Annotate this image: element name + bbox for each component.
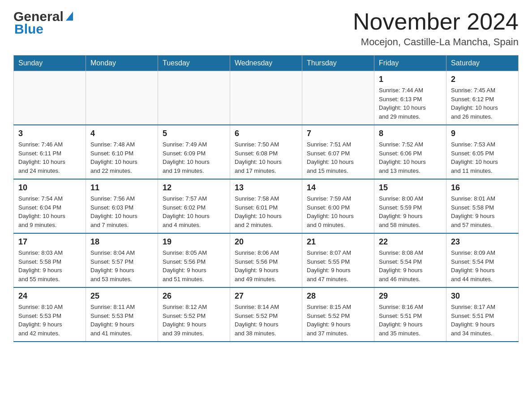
day-number: 11 — [90, 183, 153, 193]
day-info: Sunrise: 8:14 AM Sunset: 5:52 PM Dayligh… — [235, 303, 297, 338]
calendar-day-cell: 3Sunrise: 7:46 AM Sunset: 6:11 PM Daylig… — [14, 125, 86, 179]
day-number: 22 — [379, 237, 442, 247]
calendar-day-cell: 18Sunrise: 8:04 AM Sunset: 5:57 PM Dayli… — [86, 233, 158, 287]
day-info: Sunrise: 8:03 AM Sunset: 5:58 PM Dayligh… — [18, 248, 81, 283]
calendar-day-cell: 12Sunrise: 7:57 AM Sunset: 6:02 PM Dayli… — [158, 179, 230, 233]
day-info: Sunrise: 8:04 AM Sunset: 5:57 PM Dayligh… — [90, 248, 153, 283]
calendar-day-cell — [86, 71, 158, 125]
calendar-day-cell: 28Sunrise: 8:15 AM Sunset: 5:52 PM Dayli… — [302, 287, 374, 342]
calendar-week-row: 24Sunrise: 8:10 AM Sunset: 5:53 PM Dayli… — [14, 287, 519, 342]
calendar-day-cell: 5Sunrise: 7:49 AM Sunset: 6:09 PM Daylig… — [158, 125, 230, 179]
calendar-day-cell: 27Sunrise: 8:14 AM Sunset: 5:52 PM Dayli… — [230, 287, 302, 342]
calendar-week-row: 3Sunrise: 7:46 AM Sunset: 6:11 PM Daylig… — [14, 125, 519, 179]
day-number: 4 — [90, 129, 153, 138]
calendar-day-cell: 23Sunrise: 8:09 AM Sunset: 5:54 PM Dayli… — [446, 233, 519, 287]
day-number: 23 — [451, 237, 514, 247]
day-of-week-header: Thursday — [302, 56, 374, 71]
calendar-title: November 2024 — [353, 9, 519, 34]
day-info: Sunrise: 8:16 AM Sunset: 5:51 PM Dayligh… — [379, 303, 442, 338]
day-info: Sunrise: 7:52 AM Sunset: 6:06 PM Dayligh… — [379, 140, 442, 175]
calendar-day-cell: 10Sunrise: 7:54 AM Sunset: 6:04 PM Dayli… — [14, 179, 86, 233]
day-number: 13 — [235, 183, 297, 193]
calendar-day-cell: 14Sunrise: 7:59 AM Sunset: 6:00 PM Dayli… — [302, 179, 374, 233]
day-number: 18 — [90, 237, 153, 247]
day-number: 28 — [307, 291, 369, 301]
svg-marker-0 — [66, 12, 73, 21]
day-number: 2 — [451, 75, 514, 84]
day-info: Sunrise: 7:50 AM Sunset: 6:08 PM Dayligh… — [235, 140, 297, 175]
calendar-table: SundayMondayTuesdayWednesdayThursdayFrid… — [13, 55, 519, 342]
calendar-header-row: SundayMondayTuesdayWednesdayThursdayFrid… — [14, 56, 519, 71]
day-info: Sunrise: 8:01 AM Sunset: 5:58 PM Dayligh… — [451, 194, 514, 229]
day-of-week-header: Sunday — [14, 56, 86, 71]
calendar-day-cell: 22Sunrise: 8:08 AM Sunset: 5:54 PM Dayli… — [374, 233, 446, 287]
day-number: 8 — [379, 129, 442, 138]
page-header: General Blue November 2024 Mocejon, Cast… — [13, 9, 519, 48]
logo-triangle-icon — [65, 9, 73, 24]
calendar-day-cell: 20Sunrise: 8:06 AM Sunset: 5:56 PM Dayli… — [230, 233, 302, 287]
calendar-day-cell: 25Sunrise: 8:11 AM Sunset: 5:53 PM Dayli… — [86, 287, 158, 342]
day-info: Sunrise: 8:10 AM Sunset: 5:53 PM Dayligh… — [18, 303, 81, 338]
day-number: 16 — [451, 183, 514, 193]
calendar-day-cell: 21Sunrise: 8:07 AM Sunset: 5:55 PM Dayli… — [302, 233, 374, 287]
calendar-day-cell — [158, 71, 230, 125]
day-number: 5 — [163, 129, 225, 138]
day-number: 21 — [307, 237, 369, 247]
day-number: 3 — [18, 129, 81, 138]
day-number: 7 — [307, 129, 369, 138]
calendar-day-cell: 13Sunrise: 7:58 AM Sunset: 6:01 PM Dayli… — [230, 179, 302, 233]
day-info: Sunrise: 8:11 AM Sunset: 5:53 PM Dayligh… — [90, 303, 153, 338]
calendar-week-row: 1Sunrise: 7:44 AM Sunset: 6:13 PM Daylig… — [14, 71, 519, 125]
day-info: Sunrise: 8:00 AM Sunset: 5:59 PM Dayligh… — [379, 194, 442, 229]
day-info: Sunrise: 7:49 AM Sunset: 6:09 PM Dayligh… — [163, 140, 225, 175]
calendar-day-cell: 6Sunrise: 7:50 AM Sunset: 6:08 PM Daylig… — [230, 125, 302, 179]
day-of-week-header: Friday — [374, 56, 446, 71]
day-of-week-header: Monday — [86, 56, 158, 71]
calendar-day-cell: 16Sunrise: 8:01 AM Sunset: 5:58 PM Dayli… — [446, 179, 519, 233]
day-number: 14 — [307, 183, 369, 193]
calendar-day-cell — [14, 71, 86, 125]
day-info: Sunrise: 8:06 AM Sunset: 5:56 PM Dayligh… — [235, 248, 297, 283]
day-of-week-header: Tuesday — [158, 56, 230, 71]
day-info: Sunrise: 7:44 AM Sunset: 6:13 PM Dayligh… — [379, 86, 442, 121]
calendar-day-cell: 19Sunrise: 8:05 AM Sunset: 5:56 PM Dayli… — [158, 233, 230, 287]
day-number: 26 — [163, 291, 225, 301]
day-info: Sunrise: 7:59 AM Sunset: 6:00 PM Dayligh… — [307, 194, 369, 229]
day-info: Sunrise: 8:07 AM Sunset: 5:55 PM Dayligh… — [307, 248, 369, 283]
day-info: Sunrise: 8:12 AM Sunset: 5:52 PM Dayligh… — [163, 303, 225, 338]
day-number: 25 — [90, 291, 153, 301]
day-number: 1 — [379, 75, 442, 84]
day-info: Sunrise: 7:48 AM Sunset: 6:10 PM Dayligh… — [90, 140, 153, 175]
day-info: Sunrise: 7:45 AM Sunset: 6:12 PM Dayligh… — [451, 86, 514, 121]
day-info: Sunrise: 7:57 AM Sunset: 6:02 PM Dayligh… — [163, 194, 225, 229]
calendar-day-cell: 26Sunrise: 8:12 AM Sunset: 5:52 PM Dayli… — [158, 287, 230, 342]
calendar-day-cell: 9Sunrise: 7:53 AM Sunset: 6:05 PM Daylig… — [446, 125, 519, 179]
calendar-day-cell: 11Sunrise: 7:56 AM Sunset: 6:03 PM Dayli… — [86, 179, 158, 233]
calendar-day-cell: 4Sunrise: 7:48 AM Sunset: 6:10 PM Daylig… — [86, 125, 158, 179]
logo-blue-text: Blue — [14, 21, 43, 36]
calendar-subtitle: Mocejon, Castille-La Mancha, Spain — [353, 36, 519, 48]
calendar-day-cell — [302, 71, 374, 125]
day-of-week-header: Saturday — [446, 56, 519, 71]
day-info: Sunrise: 8:08 AM Sunset: 5:54 PM Dayligh… — [379, 248, 442, 283]
day-info: Sunrise: 8:09 AM Sunset: 5:54 PM Dayligh… — [451, 248, 514, 283]
logo: General Blue — [13, 9, 73, 37]
calendar-week-row: 17Sunrise: 8:03 AM Sunset: 5:58 PM Dayli… — [14, 233, 519, 287]
day-info: Sunrise: 7:51 AM Sunset: 6:07 PM Dayligh… — [307, 140, 369, 175]
calendar-day-cell: 15Sunrise: 8:00 AM Sunset: 5:59 PM Dayli… — [374, 179, 446, 233]
day-info: Sunrise: 7:56 AM Sunset: 6:03 PM Dayligh… — [90, 194, 153, 229]
day-info: Sunrise: 7:58 AM Sunset: 6:01 PM Dayligh… — [235, 194, 297, 229]
day-number: 30 — [451, 291, 514, 301]
calendar-day-cell: 17Sunrise: 8:03 AM Sunset: 5:58 PM Dayli… — [14, 233, 86, 287]
day-number: 9 — [451, 129, 514, 138]
day-number: 24 — [18, 291, 81, 301]
title-area: November 2024 Mocejon, Castille-La Manch… — [353, 9, 519, 48]
day-number: 17 — [18, 237, 81, 247]
day-number: 6 — [235, 129, 297, 138]
day-info: Sunrise: 7:53 AM Sunset: 6:05 PM Dayligh… — [451, 140, 514, 175]
calendar-day-cell: 2Sunrise: 7:45 AM Sunset: 6:12 PM Daylig… — [446, 71, 519, 125]
day-info: Sunrise: 7:54 AM Sunset: 6:04 PM Dayligh… — [18, 194, 81, 229]
calendar-day-cell: 8Sunrise: 7:52 AM Sunset: 6:06 PM Daylig… — [374, 125, 446, 179]
day-info: Sunrise: 8:17 AM Sunset: 5:51 PM Dayligh… — [451, 303, 514, 338]
day-of-week-header: Wednesday — [230, 56, 302, 71]
